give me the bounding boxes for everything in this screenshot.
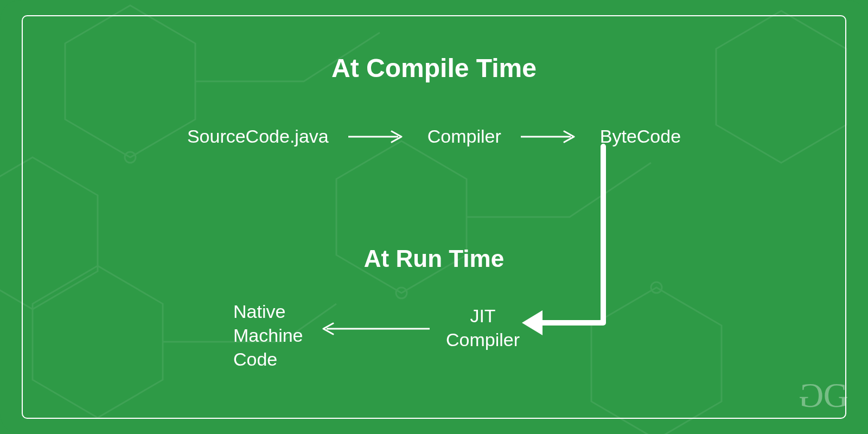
node-nmc-line2: Machine	[233, 323, 303, 347]
compile-flow-row: SourceCode.java Compiler ByteCode	[0, 126, 868, 147]
node-compiler: Compiler	[427, 126, 501, 147]
node-nmc-line1: Native	[233, 299, 303, 323]
diagram-card: At Compile Time SourceCode.java Compiler…	[0, 0, 868, 434]
node-jit-line2: Compiler	[446, 328, 520, 352]
svg-marker-5	[522, 310, 542, 335]
brand-logo: GG	[802, 375, 845, 416]
node-bytecode: ByteCode	[600, 126, 681, 147]
section-title-runtime: At Run Time	[0, 245, 868, 272]
node-source-code: SourceCode.java	[187, 126, 329, 147]
section-title-compile: At Compile Time	[0, 53, 868, 83]
arrow-right-icon	[348, 130, 408, 143]
node-native-machine-code: Native Machine Code	[233, 299, 303, 372]
node-jit-compiler: JIT Compiler	[446, 304, 520, 352]
node-nmc-line3: Code	[233, 347, 303, 371]
arrow-elbow-down-left-icon	[521, 141, 608, 347]
arrow-left-icon	[319, 322, 430, 335]
node-jit-line1: JIT	[446, 304, 520, 328]
